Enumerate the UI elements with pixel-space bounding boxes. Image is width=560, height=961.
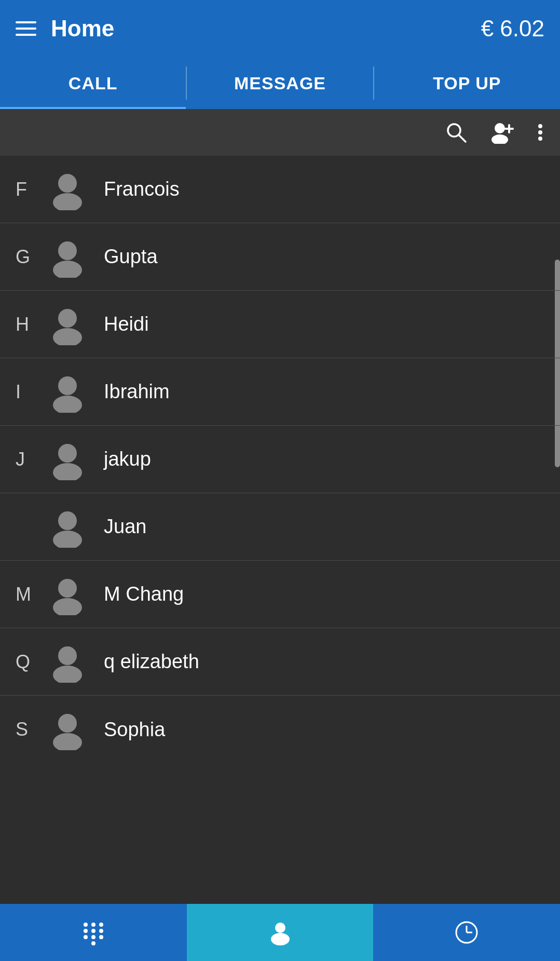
tab-call[interactable]: CALL bbox=[0, 57, 186, 109]
contact-letter: I bbox=[16, 381, 42, 403]
svg-point-2 bbox=[495, 123, 505, 133]
contact-name: Ibrahim bbox=[104, 381, 170, 403]
contact-list: F Francois G Gupta H Heidi I bbox=[0, 156, 560, 904]
svg-point-7 bbox=[538, 130, 542, 134]
svg-point-11 bbox=[58, 241, 77, 260]
svg-point-21 bbox=[58, 579, 77, 598]
contact-name: Francois bbox=[104, 178, 180, 200]
contact-letter: F bbox=[16, 179, 42, 200]
svg-point-38 bbox=[271, 933, 290, 945]
more-options-button[interactable] bbox=[536, 121, 544, 144]
contact-name: Heidi bbox=[104, 313, 149, 335]
svg-point-34 bbox=[91, 935, 95, 939]
avatar bbox=[47, 641, 88, 683]
svg-point-30 bbox=[84, 929, 88, 933]
search-button[interactable] bbox=[445, 121, 468, 144]
svg-point-19 bbox=[58, 511, 77, 530]
svg-point-3 bbox=[491, 134, 508, 144]
avatar bbox=[47, 574, 88, 615]
list-item[interactable]: Juan bbox=[0, 493, 560, 561]
avatar bbox=[47, 304, 88, 345]
contact-name: M Chang bbox=[104, 583, 184, 605]
bottom-navigation bbox=[0, 904, 560, 961]
svg-point-8 bbox=[538, 137, 542, 141]
svg-point-15 bbox=[58, 376, 77, 395]
contact-name: Juan bbox=[104, 516, 146, 538]
avatar bbox=[47, 709, 88, 750]
list-item[interactable]: Q q elizabeth bbox=[0, 628, 560, 696]
svg-point-31 bbox=[91, 929, 95, 933]
contact-letter: M bbox=[16, 584, 42, 605]
contact-name: q elizabeth bbox=[104, 651, 199, 673]
contact-toolbar bbox=[0, 109, 560, 156]
avatar bbox=[47, 371, 88, 413]
avatar bbox=[47, 236, 88, 278]
svg-point-10 bbox=[53, 193, 82, 210]
list-item[interactable]: G Gupta bbox=[0, 223, 560, 291]
page-title: Home bbox=[51, 16, 114, 42]
svg-point-22 bbox=[53, 598, 82, 615]
contact-name: Gupta bbox=[104, 246, 158, 268]
avatar bbox=[47, 169, 88, 210]
list-item[interactable]: I Ibrahim bbox=[0, 358, 560, 426]
avatar bbox=[47, 439, 88, 480]
svg-point-12 bbox=[53, 261, 82, 278]
svg-point-18 bbox=[53, 463, 82, 480]
contact-name: jakup bbox=[104, 448, 151, 470]
svg-point-35 bbox=[99, 935, 103, 939]
list-item[interactable]: S Sophia bbox=[0, 696, 560, 763]
contact-letter: Q bbox=[16, 651, 42, 673]
svg-point-25 bbox=[58, 714, 77, 733]
add-contact-button[interactable] bbox=[488, 121, 515, 144]
contact-letter: G bbox=[16, 246, 42, 268]
contact-letter: S bbox=[16, 719, 42, 740]
list-item[interactable]: F Francois bbox=[0, 156, 560, 223]
avatar bbox=[47, 506, 88, 548]
balance-display: € 6.02 bbox=[481, 16, 544, 42]
app-header: Home € 6.02 bbox=[0, 0, 560, 57]
menu-button[interactable] bbox=[16, 21, 36, 36]
svg-point-6 bbox=[538, 124, 542, 128]
svg-point-32 bbox=[99, 929, 103, 933]
svg-point-23 bbox=[58, 646, 77, 665]
svg-point-24 bbox=[53, 666, 82, 683]
svg-point-28 bbox=[91, 923, 95, 927]
svg-point-36 bbox=[91, 941, 95, 945]
tab-topup[interactable]: TOP UP bbox=[374, 57, 560, 109]
list-item[interactable]: H Heidi bbox=[0, 291, 560, 358]
tab-message[interactable]: MESSAGE bbox=[187, 57, 373, 109]
svg-point-20 bbox=[53, 531, 82, 548]
list-item[interactable]: J jakup bbox=[0, 426, 560, 493]
svg-point-14 bbox=[53, 328, 82, 345]
svg-point-37 bbox=[275, 923, 285, 933]
svg-point-29 bbox=[99, 923, 103, 927]
contacts-button[interactable] bbox=[187, 904, 374, 961]
list-item[interactable]: M M Chang bbox=[0, 561, 560, 628]
svg-point-27 bbox=[84, 923, 88, 927]
dialpad-button[interactable] bbox=[0, 904, 187, 961]
svg-point-13 bbox=[58, 309, 77, 328]
svg-point-9 bbox=[58, 174, 77, 193]
contact-letter: J bbox=[16, 449, 42, 470]
contact-letter: H bbox=[16, 314, 42, 335]
tab-bar: CALL MESSAGE TOP UP bbox=[0, 57, 560, 109]
svg-point-17 bbox=[58, 444, 77, 463]
svg-point-33 bbox=[84, 935, 88, 939]
svg-point-16 bbox=[53, 396, 82, 413]
contact-name: Sophia bbox=[104, 719, 165, 741]
svg-point-26 bbox=[53, 733, 82, 750]
svg-line-1 bbox=[459, 135, 466, 142]
history-button[interactable] bbox=[373, 904, 560, 961]
